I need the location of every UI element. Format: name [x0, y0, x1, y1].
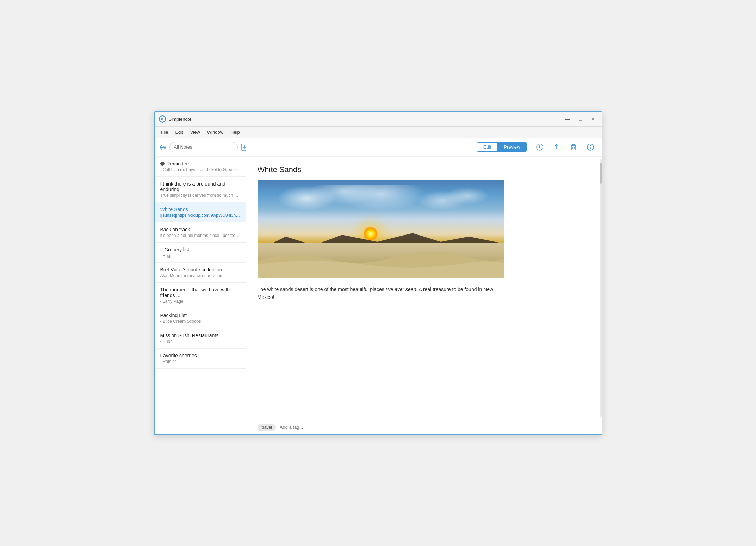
list-item[interactable]: White Sands ![sunset](https://cldup.com/…	[155, 202, 246, 222]
list-item[interactable]: Mission Sushi Restaurants - Suogi	[155, 328, 246, 349]
note-image	[258, 180, 504, 278]
back-button[interactable]	[159, 142, 167, 153]
app-window: Simplenote — □ ✕ File Edit View Window H…	[154, 111, 602, 435]
scrollbar-thumb[interactable]	[600, 163, 602, 184]
menu-edit[interactable]: Edit	[172, 128, 186, 136]
editor-actions	[534, 142, 596, 153]
note-heading: White Sands	[258, 165, 590, 174]
note-title: The moments that we have with friends ..…	[160, 287, 240, 298]
tag-chip[interactable]: travel	[258, 424, 276, 431]
svg-point-12	[590, 145, 591, 146]
list-item[interactable]: The moments that we have with friends ..…	[155, 283, 246, 308]
info-button[interactable]	[585, 142, 596, 153]
menu-view[interactable]: View	[187, 128, 204, 136]
menu-file[interactable]: File	[157, 128, 172, 136]
list-item[interactable]: Back on track It's been a couple months …	[155, 222, 246, 243]
edit-button[interactable]: Edit	[477, 143, 497, 151]
note-preview: - 2 Ice Cream Scoops	[160, 319, 240, 324]
note-title: I think there is a profound and enduring	[160, 181, 240, 192]
list-item[interactable]: I think there is a profound and enduring…	[155, 177, 246, 202]
list-item[interactable]: # Grocery list - Eggs	[155, 243, 246, 263]
note-preview: ![sunset](https://cldup.com/9wpWU84l3n.j…	[160, 213, 240, 218]
scrollbar[interactable]	[600, 159, 602, 417]
note-preview: - Suogi	[160, 339, 240, 344]
share-button[interactable]	[551, 142, 562, 153]
minimize-button[interactable]: —	[564, 115, 572, 123]
dunes	[258, 243, 504, 278]
new-note-button[interactable]	[241, 142, 246, 153]
note-title: Back on track	[160, 227, 240, 232]
sidebar-header	[155, 138, 246, 157]
note-title: Favorite cherries	[160, 353, 240, 358]
tag-input[interactable]	[280, 425, 339, 430]
window-controls: — □ ✕	[564, 115, 597, 123]
note-body: The white sands desert is one of the mos…	[258, 285, 504, 301]
note-preview: Alan Moore: interview on mtv.com	[160, 273, 240, 278]
search-input[interactable]	[169, 142, 238, 152]
note-title: Bret Victor's quote collection	[160, 267, 240, 272]
note-preview: - Rainier	[160, 359, 240, 364]
title-bar: Simplenote — □ ✕	[155, 112, 602, 127]
history-button[interactable]	[534, 142, 545, 153]
note-title: # Grocery list	[160, 247, 240, 252]
svg-rect-7	[571, 145, 576, 150]
note-preview: True simplicity is derived from so much …	[160, 193, 240, 198]
editor-content: White Sands	[246, 157, 602, 420]
note-title: Packing List	[160, 313, 240, 318]
note-preview: - Call Lisa re: buying our ticket to Gre…	[160, 167, 240, 172]
menu-bar: File Edit View Window Help	[155, 127, 602, 138]
notes-list: Reminders - Call Lisa re: buying our tic…	[155, 157, 246, 434]
note-preview: It's been a couple months since I posted…	[160, 233, 240, 238]
app-logo	[159, 115, 166, 123]
app-title: Simplenote	[169, 117, 564, 122]
sidebar: Reminders - Call Lisa re: buying our tic…	[155, 138, 246, 434]
note-title: Reminders	[160, 161, 240, 167]
clouds-layer	[258, 185, 504, 229]
note-title: Mission Sushi Restaurants	[160, 333, 240, 338]
radio-dot	[160, 162, 165, 166]
note-preview: - Larry Page	[160, 299, 240, 304]
menu-help[interactable]: Help	[227, 128, 243, 136]
editor-footer: travel	[246, 420, 602, 434]
editor-toolbar: Edit Preview	[246, 138, 602, 157]
editor-panel: Edit Preview	[246, 138, 602, 434]
preview-button[interactable]: Preview	[497, 143, 526, 151]
list-item[interactable]: Packing List - 2 Ice Cream Scoops	[155, 308, 246, 328]
maximize-button[interactable]: □	[576, 115, 585, 123]
list-item[interactable]: Favorite cherries - Rainier	[155, 349, 246, 369]
list-item[interactable]: Reminders - Call Lisa re: buying our tic…	[155, 157, 246, 177]
edit-preview-toggle: Edit Preview	[477, 142, 527, 152]
note-title: White Sands	[160, 207, 240, 212]
note-preview: - Eggs	[160, 253, 240, 258]
list-item[interactable]: Bret Victor's quote collection Alan Moor…	[155, 263, 246, 283]
main-content: Reminders - Call Lisa re: buying our tic…	[155, 138, 602, 434]
menu-window[interactable]: Window	[204, 128, 227, 136]
note-image-container	[258, 180, 504, 278]
trash-button[interactable]	[568, 142, 579, 153]
close-button[interactable]: ✕	[589, 115, 597, 123]
svg-point-6	[539, 147, 540, 148]
